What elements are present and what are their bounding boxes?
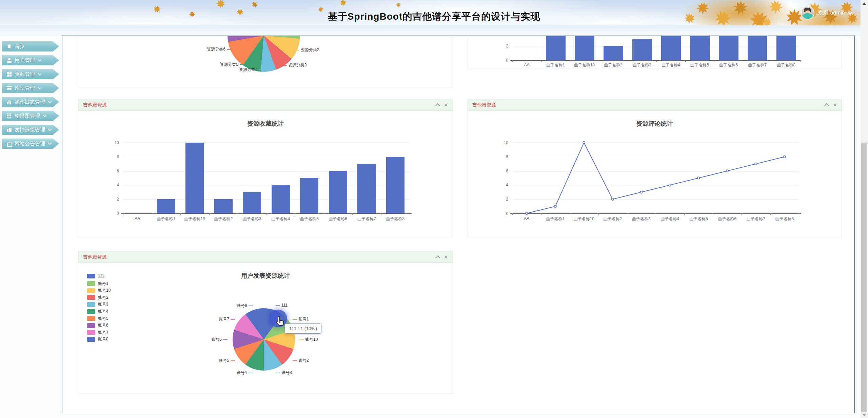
bar-曲子名称10[interactable] bbox=[575, 36, 594, 60]
legend-item-账号3[interactable]: 账号3 bbox=[87, 301, 108, 307]
bar-曲子名称6[interactable] bbox=[329, 171, 347, 213]
sidebar-item-2[interactable]: 用户管理 bbox=[2, 55, 59, 65]
x-axis-tick bbox=[801, 60, 801, 62]
pie-label: 资源分类4 bbox=[239, 67, 263, 72]
y-axis-tick-label: 2 bbox=[491, 44, 508, 48]
bar-曲子名称5[interactable] bbox=[690, 36, 710, 60]
sidebar-item-7[interactable]: 友情链接管理 bbox=[2, 125, 59, 135]
pie-label: 账号8 bbox=[237, 303, 253, 309]
x-axis-tick bbox=[295, 213, 295, 215]
bar-曲子名称1[interactable] bbox=[157, 199, 175, 213]
bar-曲子名称6[interactable] bbox=[719, 36, 738, 60]
collapse-icon[interactable] bbox=[435, 103, 440, 108]
close-icon[interactable]: × bbox=[444, 254, 448, 260]
panel-user-publish-pie: 吉他谱资源 × 用户发表资源统计 111账号1账号10账号2账号3账号4账号5账… bbox=[78, 251, 453, 394]
close-icon[interactable]: × bbox=[444, 102, 448, 108]
x-axis-category-label: 曲子名称2 bbox=[209, 216, 238, 222]
maple-leaf-icon bbox=[215, 0, 227, 10]
legend-item-账号6[interactable]: 账号6 bbox=[87, 322, 108, 328]
y-axis-tick-label: 2 bbox=[102, 197, 119, 202]
pie-label: 账号3 bbox=[276, 370, 292, 376]
sidebar-item-1[interactable]: 首页 bbox=[2, 41, 59, 51]
user-icon bbox=[7, 58, 12, 63]
bar-曲子名称2[interactable] bbox=[214, 199, 233, 213]
y-axis-tick-label: 8 bbox=[491, 154, 508, 159]
bar-曲子名称2[interactable] bbox=[604, 46, 623, 60]
x-axis-tick bbox=[799, 213, 799, 215]
y-axis-tick-label: 6 bbox=[491, 169, 508, 173]
grid-icon bbox=[7, 72, 12, 77]
legend-chip bbox=[87, 295, 95, 300]
legend-chip bbox=[87, 330, 95, 335]
bar-曲子名称4[interactable] bbox=[661, 36, 681, 60]
page-title: 基于SpringBoot的吉他谱分享平台的设计与实现 bbox=[0, 10, 868, 23]
x-axis-category-label: AA bbox=[512, 62, 541, 67]
legend-item-账号5[interactable]: 账号5 bbox=[87, 316, 108, 321]
avatar[interactable] bbox=[801, 6, 814, 20]
sidebar-item-4[interactable]: 论坛管理 bbox=[2, 83, 59, 93]
close-icon[interactable]: × bbox=[833, 102, 837, 108]
chevron-down-icon bbox=[848, 10, 852, 15]
y-axis-tick-label: 0 bbox=[102, 211, 119, 216]
x-axis-tick bbox=[123, 213, 123, 215]
x-axis-tick bbox=[599, 60, 599, 62]
bar-曲子名称1[interactable] bbox=[546, 36, 566, 60]
x-axis-category-label: 曲子名称7 bbox=[743, 62, 772, 68]
user-menu[interactable]: 欢迎 admin bbox=[801, 6, 852, 20]
collapse-icon[interactable] bbox=[435, 255, 440, 260]
legend-label: 111 bbox=[98, 274, 104, 278]
chevron-down-icon bbox=[48, 99, 52, 103]
y-axis-tick-label: 4 bbox=[102, 183, 119, 187]
bar-曲子名称7[interactable] bbox=[357, 164, 376, 213]
sidebar-item-8[interactable]: 网站公告管理 bbox=[2, 139, 59, 149]
legend-chip bbox=[87, 274, 95, 278]
legend-item-账号4[interactable]: 账号4 bbox=[87, 309, 108, 314]
collapse-icon[interactable] bbox=[824, 103, 829, 108]
sidebar-item-5[interactable]: 操作日志管理 bbox=[2, 97, 59, 107]
app-header: 基于SpringBoot的吉他谱分享平台的设计与实现 欢迎 admin bbox=[0, 0, 868, 25]
panel-header-label: 吉他谱资源 bbox=[83, 102, 107, 108]
bar-曲子名称4[interactable] bbox=[272, 185, 290, 213]
x-axis-category-label: 曲子名称4 bbox=[267, 216, 295, 222]
x-axis-category-label: 曲子名称4 bbox=[656, 62, 685, 68]
legend-item-账号8[interactable]: 账号8 bbox=[87, 336, 108, 342]
x-axis-tick bbox=[238, 213, 238, 215]
notice-icon bbox=[7, 141, 12, 146]
sidebar-item-3[interactable]: 资源管理 bbox=[2, 69, 59, 79]
scroll-down-icon[interactable] bbox=[862, 414, 866, 416]
bar-曲子名称3[interactable] bbox=[243, 192, 261, 213]
scroll-up-icon[interactable] bbox=[862, 2, 866, 5]
legend-label: 账号6 bbox=[98, 322, 108, 328]
bar-曲子名称10[interactable] bbox=[185, 143, 204, 213]
bar-曲子名称8[interactable] bbox=[386, 157, 405, 213]
legend-item-账号1[interactable]: 账号1 bbox=[87, 281, 108, 287]
panel-header-label: 吉他谱资源 bbox=[472, 102, 496, 108]
scrollbar-thumb[interactable] bbox=[861, 143, 867, 412]
bar-曲子名称8[interactable] bbox=[776, 36, 796, 60]
y-axis-tick-label: 2 bbox=[491, 197, 508, 202]
x-axis-category-label: 曲子名称10 bbox=[570, 62, 599, 68]
legend-item-账号7[interactable]: 账号7 bbox=[87, 330, 108, 335]
legend-item-账号10[interactable]: 账号10 bbox=[87, 288, 111, 293]
legend-label: 账号1 bbox=[98, 281, 108, 287]
comment-line-series[interactable] bbox=[512, 137, 799, 218]
x-axis-tick bbox=[152, 213, 152, 215]
x-axis-category-label: 曲子名称1 bbox=[152, 216, 181, 222]
chart-title: 资源评论统计 bbox=[468, 120, 842, 128]
x-axis-tick bbox=[714, 60, 714, 62]
panel-top-right-bar: 02AA曲子名称1曲子名称10曲子名称2曲子名称3曲子名称4曲子名称5曲子名称6… bbox=[467, 36, 842, 68]
x-axis-tick bbox=[410, 213, 410, 215]
legend-chip bbox=[87, 288, 95, 293]
x-axis-category-label: 曲子名称1 bbox=[541, 62, 570, 68]
home-icon bbox=[7, 44, 12, 49]
bar-曲子名称7[interactable] bbox=[748, 36, 767, 60]
legend-item-账号2[interactable]: 账号2 bbox=[87, 295, 108, 300]
bar-曲子名称5[interactable] bbox=[300, 178, 318, 213]
sidebar-item-6[interactable]: 轮播图管理 bbox=[2, 111, 59, 121]
pie-label: 资源分类2 bbox=[295, 47, 319, 53]
vertical-scrollbar[interactable] bbox=[861, 0, 868, 418]
legend-item-111[interactable]: 111 bbox=[87, 274, 104, 278]
bar-曲子名称3[interactable] bbox=[632, 39, 652, 60]
sidebar-item-label: 轮播图管理 bbox=[15, 113, 40, 119]
legend-label: 账号4 bbox=[98, 309, 108, 314]
